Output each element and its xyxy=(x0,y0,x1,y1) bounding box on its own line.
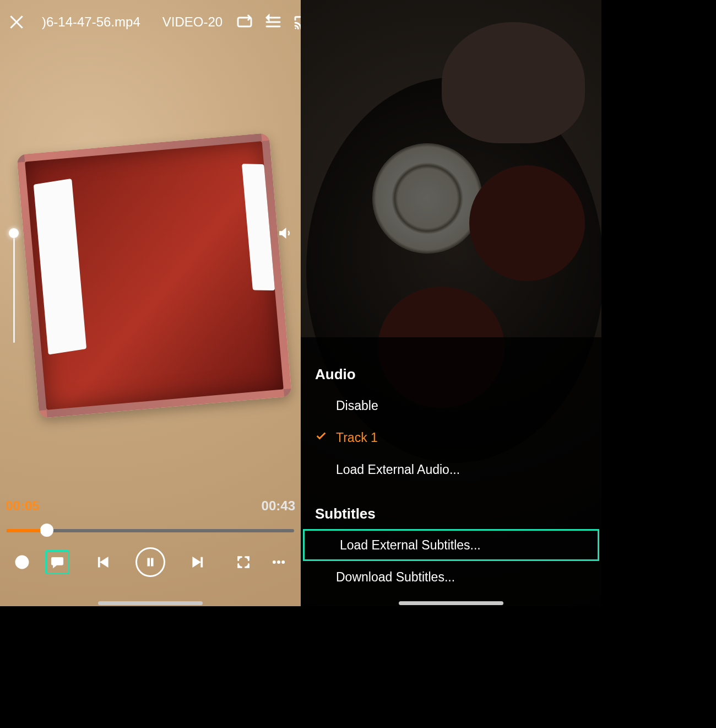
menu-item-label: Load External Subtitles... xyxy=(340,538,481,553)
svg-rect-5 xyxy=(151,558,154,566)
current-time: 00:05 xyxy=(6,498,39,514)
home-indicator[interactable] xyxy=(98,601,203,605)
next-track-icon[interactable] xyxy=(186,550,210,574)
lock-rotation-icon[interactable] xyxy=(10,550,34,574)
repeat-icon[interactable] xyxy=(236,13,253,31)
menu-item-label: Download Subtitles... xyxy=(336,570,455,585)
tracks-menu: Audio Disable Track 1 Load External Audi… xyxy=(301,355,601,593)
audio-section-header: Audio xyxy=(301,355,601,390)
video-filename: )6-14-47-56.mp4 xyxy=(42,14,140,30)
hand-graphic xyxy=(442,22,585,143)
brightness-slider-track[interactable] xyxy=(13,238,15,343)
subtitles-section-header: Subtitles xyxy=(301,486,601,529)
player-top-bar: )6-14-47-56.mp4 VIDEO-20 xyxy=(0,10,301,34)
check-icon xyxy=(315,430,327,445)
svg-point-8 xyxy=(282,561,285,564)
brightness-slider-thumb[interactable] xyxy=(9,228,19,238)
video-content-meat xyxy=(17,133,292,418)
subtitles-button[interactable] xyxy=(45,550,69,574)
seek-thumb[interactable] xyxy=(40,524,53,537)
time-row: 00:05 00:43 xyxy=(6,498,295,514)
menu-item-label: Load External Audio... xyxy=(336,462,460,477)
video-player-screen: )6-14-47-56.mp4 VIDEO-20 00:05 00:43 xyxy=(0,0,301,606)
seek-bar[interactable] xyxy=(7,525,294,536)
subtitles-option-download[interactable]: Download Subtitles... xyxy=(301,561,601,593)
svg-point-6 xyxy=(273,561,276,564)
tracks-menu-screen: Audio Disable Track 1 Load External Audi… xyxy=(301,0,601,606)
svg-rect-4 xyxy=(148,558,150,566)
volume-icon[interactable] xyxy=(276,225,293,244)
menu-item-label: Disable xyxy=(336,398,378,413)
duration-time: 00:43 xyxy=(262,498,295,514)
playlist-icon[interactable] xyxy=(264,13,282,31)
menu-item-label: Track 1 xyxy=(336,430,378,445)
svg-point-1 xyxy=(295,28,296,29)
previous-track-icon[interactable] xyxy=(90,550,115,574)
close-icon[interactable] xyxy=(8,13,25,31)
fullscreen-icon[interactable] xyxy=(231,550,256,574)
audio-option-disable[interactable]: Disable xyxy=(301,390,601,422)
audio-option-load-external[interactable]: Load External Audio... xyxy=(301,454,601,486)
svg-rect-3 xyxy=(20,561,24,564)
patty-graphic xyxy=(469,165,585,281)
svg-point-7 xyxy=(278,561,280,564)
pause-button[interactable] xyxy=(135,547,165,577)
subtitles-option-load-external[interactable]: Load External Subtitles... xyxy=(303,529,599,561)
more-options-icon[interactable] xyxy=(267,550,291,574)
onion-graphic xyxy=(372,143,482,254)
next-video-title: VIDEO-20 xyxy=(162,14,223,30)
audio-option-track1[interactable]: Track 1 xyxy=(301,422,601,454)
home-indicator[interactable] xyxy=(399,601,503,605)
player-controls xyxy=(0,543,301,581)
cast-icon[interactable] xyxy=(293,13,301,31)
